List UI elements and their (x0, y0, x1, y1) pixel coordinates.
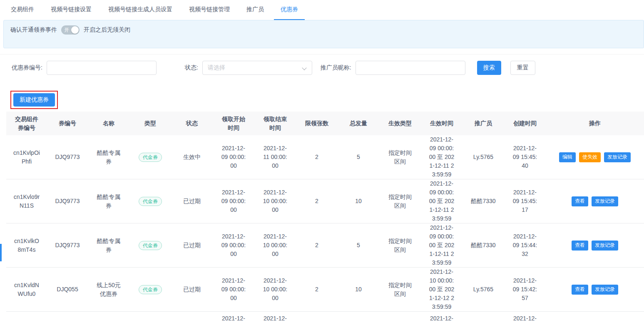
coupon-type-tag: 代金券 (139, 285, 162, 294)
cell-component-no: cn1KvlkO 8mT4s (6, 223, 47, 267)
cell-component-no: cn1Kvlo9r N11S (6, 179, 47, 223)
cell-total: 5 (338, 223, 379, 267)
column-header: 总发量 (338, 112, 379, 135)
cell-effect-type: 指定时间 区间 (379, 135, 421, 179)
tab-video-link-settings[interactable]: 视频号链接设置 (44, 0, 98, 20)
column-header: 类型 (129, 112, 171, 135)
tab-bar: 交易组件 视频号链接设置 视频号链接生成人员设置 视频号链接管理 推广员 优惠券 (0, 0, 644, 20)
toggle-knob-icon (71, 26, 79, 34)
cell-coupon-no: DJQ9773 (47, 223, 88, 267)
cell-limit: 2 (296, 223, 338, 267)
cell-name: 酷酷专属 券 (88, 179, 129, 223)
view-button[interactable]: 查看 (572, 285, 588, 295)
coupon-event-toggle[interactable]: 开 (61, 25, 80, 35)
cell-end-time: 2021-12- 10 00:00: 00 (254, 179, 296, 223)
tab-trade-component[interactable]: 交易组件 (4, 0, 41, 20)
cell-actions: 编辑使失效发放记录 (546, 135, 644, 179)
cell-created: 2021-12- (504, 312, 546, 325)
tab-coupon[interactable]: 优惠券 (274, 0, 305, 20)
cell-start-time: 2021-12- 09 00:00: 00 (213, 179, 254, 223)
left-scrollbar-fragment (0, 244, 2, 261)
cell-name (88, 312, 129, 325)
cell-effect-type: 指定时间 区间 (379, 179, 421, 223)
coupon-type-tag: 代金券 (139, 153, 162, 162)
cell-end-time: 2021-12- 11 00:00: 00 (254, 135, 296, 179)
column-header: 交易组件 券编号 (6, 112, 47, 135)
distribution-records-button[interactable]: 发放记录 (604, 152, 631, 162)
cell-status: 已过期 (171, 223, 213, 267)
cell-start-time: 2021-12- 09 00:00: 00 (213, 223, 254, 267)
new-coupon-button[interactable]: 新建优惠券 (13, 93, 55, 107)
cell-actions: 查看发放记录 (546, 179, 644, 223)
cell-created: 2021-12- 09 15:44: 32 (504, 223, 546, 267)
cell-effect-time: 2021-12- 10 00:00: (421, 312, 462, 325)
view-button[interactable]: 查看 (572, 241, 588, 251)
column-header: 名称 (88, 112, 129, 135)
column-header: 领取结束 时间 (254, 112, 296, 135)
cell-coupon-no: DJQ9773 (47, 179, 88, 223)
cell-end-time: 2021-12- (254, 312, 296, 325)
cell-end-time: 2021-12- 10 00:00: 00 (254, 223, 296, 267)
promoter-nickname-label: 推广员昵称: (321, 64, 351, 72)
cell-coupon-no (47, 312, 88, 325)
table-body: cn1KvlpOi PhfiDJQ9773酷酷专属 券代金券生效中2021-12… (6, 135, 644, 325)
tab-video-link-management[interactable]: 视频号链接管理 (182, 0, 236, 20)
cell-status: 生效中 (171, 135, 213, 179)
coupon-admin-page: 交易组件 视频号链接设置 视频号链接生成人员设置 视频号链接管理 推广员 优惠券… (0, 0, 644, 325)
cell-effect-type: 指定时间 区间 (379, 223, 421, 267)
column-header: 状态 (171, 112, 213, 135)
distribution-records-button[interactable]: 发放记录 (592, 285, 618, 295)
distribution-records-button[interactable]: 发放记录 (592, 196, 618, 206)
cell-status (171, 312, 213, 325)
cell-name: 酷酷专属 券 (88, 223, 129, 267)
column-header: 创建时间 (504, 112, 546, 135)
cell-type: 代金券 (129, 179, 171, 223)
search-button[interactable]: 搜索 (477, 61, 501, 75)
filter-bar: 优惠券编号: 状态: 请选择 推广员昵称: 搜索 重置 (0, 61, 644, 75)
cell-name: 线上50元 优惠券 (88, 268, 129, 311)
status-placeholder: 请选择 (208, 64, 225, 72)
cell-component-no: cn1KvlpOi Phfi (6, 135, 47, 179)
coupon-no-input[interactable] (47, 61, 157, 75)
status-select[interactable]: 请选择 (202, 61, 312, 75)
coupon-type-tag: 代金券 (139, 241, 162, 250)
table-header-row: 交易组件 券编号券编号名称类型状态领取开始 时间领取结束 时间限领张数总发量生效… (6, 112, 644, 135)
cell-promoter (462, 312, 504, 325)
cell-effect-type (379, 312, 421, 325)
cell-coupon-no: DJQ9773 (47, 135, 88, 179)
cell-limit (296, 312, 338, 325)
cell-total: 10 (338, 268, 379, 311)
cell-type: 代金券 (129, 135, 171, 179)
toggle-state-label: 开 (64, 27, 69, 34)
column-header: 操作 (546, 112, 644, 135)
invalidate-button[interactable]: 使失效 (579, 152, 601, 162)
chevron-down-icon (302, 65, 306, 70)
cell-component-no: cn1KvldN WUfu0 (6, 268, 47, 311)
cell-promoter: Ly.5765 (462, 135, 504, 179)
table-row: cn1KvlkO 8mT4sDJQ9773酷酷专属 券代金券已过期2021-12… (6, 223, 644, 268)
tab-promoter[interactable]: 推广员 (240, 0, 271, 20)
edit-button[interactable]: 编辑 (559, 152, 576, 162)
distribution-records-button[interactable]: 发放记录 (592, 241, 618, 251)
cell-type: 代金券 (129, 268, 171, 311)
column-header: 生效类型 (379, 112, 421, 135)
cell-effect-time: 2021-12- 10 00:00: 00 至 202 1-12-12 2 3:… (421, 268, 462, 311)
cell-created: 2021-12- 09 15:45: 17 (504, 179, 546, 223)
coupon-no-label: 优惠券编号: (12, 64, 42, 72)
cell-promoter: Ly.5765 (462, 268, 504, 311)
cell-promoter: 酷酷7330 (462, 223, 504, 267)
tab-video-link-generator-settings[interactable]: 视频号链接生成人员设置 (102, 0, 179, 20)
table-row: cn1KvlpOi PhfiDJQ9773酷酷专属 券代金券生效中2021-12… (6, 135, 644, 179)
column-header: 领取开始 时间 (213, 112, 254, 135)
table-row: cn1Kvlo9r N11SDJQ9773酷酷专属 券代金券已过期2021-12… (6, 179, 644, 223)
cell-total (338, 312, 379, 325)
reset-button[interactable]: 重置 (510, 61, 535, 75)
cell-limit: 2 (296, 135, 338, 179)
column-header: 生效时间 (421, 112, 462, 135)
cell-start-time: 2021-12- 09 00:00: 00 (213, 135, 254, 179)
status-label: 状态: (185, 64, 198, 72)
view-button[interactable]: 查看 (572, 196, 588, 206)
table-row: 2021-12-2021-12-2021-12- 10 00:00:2021-1… (6, 312, 644, 325)
promoter-nickname-input[interactable] (356, 61, 465, 75)
cell-effect-time: 2021-12- 09 00:00: 00 至 202 1-12-11 2 3:… (421, 179, 462, 223)
